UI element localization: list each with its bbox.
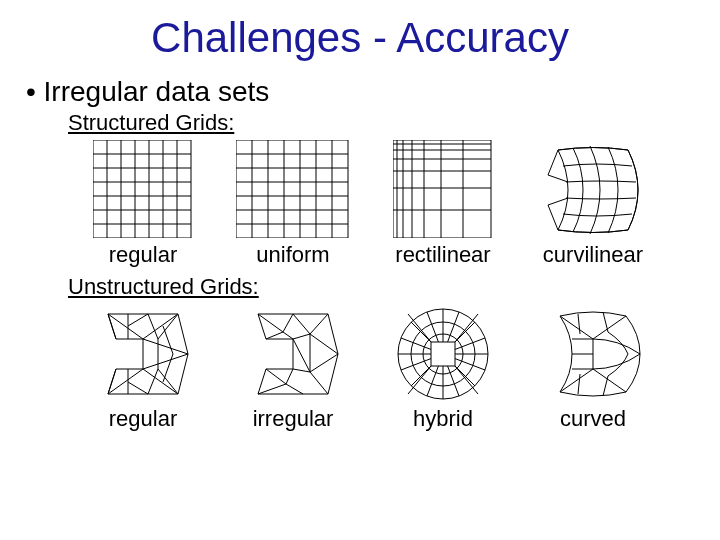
- svg-line-81: [286, 369, 293, 384]
- uniform-grid-icon: [236, 140, 351, 238]
- grid-regular-unstruct: [68, 304, 218, 404]
- svg-line-87: [293, 339, 310, 372]
- svg-line-63: [108, 369, 116, 394]
- svg-line-56: [143, 339, 188, 354]
- svg-line-70: [163, 354, 173, 382]
- svg-line-79: [293, 369, 310, 372]
- svg-line-105: [560, 316, 593, 339]
- svg-line-102: [455, 314, 478, 342]
- hybrid-grid-icon: [388, 304, 498, 404]
- structured-captions: regular uniform rectilinear curvilinear: [68, 242, 700, 268]
- svg-line-85: [266, 369, 286, 384]
- caption-irregular: irregular: [218, 406, 368, 432]
- svg-line-82: [258, 384, 286, 394]
- caption-regular: regular: [68, 242, 218, 268]
- caption-regular-u: regular: [68, 406, 218, 432]
- caption-curved: curved: [518, 406, 668, 432]
- svg-line-59: [148, 314, 158, 339]
- svg-line-50: [548, 175, 568, 182]
- caption-curvilinear: curvilinear: [518, 242, 668, 268]
- svg-line-51: [548, 198, 568, 205]
- svg-line-84: [266, 332, 283, 339]
- svg-line-112: [578, 374, 580, 394]
- grid-regular: [68, 140, 218, 240]
- unstructured-captions: regular irregular hybrid curved: [68, 406, 700, 432]
- regular-grid-icon: [93, 140, 193, 238]
- svg-line-80: [310, 372, 328, 394]
- svg-line-86: [293, 334, 310, 339]
- svg-line-48: [548, 150, 558, 175]
- svg-line-113: [603, 376, 608, 396]
- svg-line-108: [593, 369, 626, 392]
- grid-curved-unstruct: [518, 304, 668, 404]
- unstructured-grids-row: [68, 304, 700, 404]
- svg-line-104: [455, 366, 478, 394]
- svg-line-103: [408, 366, 431, 394]
- svg-rect-100: [431, 342, 455, 366]
- grid-curvilinear: [518, 140, 668, 240]
- svg-line-74: [293, 314, 310, 334]
- svg-line-106: [593, 316, 626, 339]
- svg-line-61: [148, 369, 158, 394]
- curved-unstructured-icon: [538, 304, 648, 404]
- unstructured-heading: Unstructured Grids:: [68, 274, 700, 300]
- svg-line-72: [283, 314, 293, 332]
- svg-line-57: [143, 354, 188, 369]
- svg-line-49: [548, 205, 558, 230]
- structured-heading: Structured Grids:: [68, 110, 700, 136]
- svg-line-83: [286, 384, 303, 394]
- svg-line-107: [560, 369, 593, 392]
- grid-hybrid: [368, 304, 518, 404]
- curvilinear-grid-icon: [538, 140, 648, 240]
- bullet-main: • Irregular data sets: [26, 76, 700, 108]
- slide: Challenges - Accuracy • Irregular data s…: [0, 0, 720, 540]
- svg-line-73: [283, 332, 293, 339]
- structured-grids-row: [68, 140, 700, 240]
- rectilinear-grid-icon: [393, 140, 493, 238]
- svg-line-69: [163, 326, 173, 354]
- grid-rectilinear: [368, 140, 518, 240]
- svg-line-71: [258, 314, 283, 332]
- caption-hybrid: hybrid: [368, 406, 518, 432]
- grid-irregular-unstruct: [218, 304, 368, 404]
- svg-line-111: [603, 312, 608, 332]
- caption-uniform: uniform: [218, 242, 368, 268]
- svg-line-52: [108, 314, 143, 339]
- svg-line-75: [310, 314, 328, 334]
- svg-line-67: [128, 314, 148, 326]
- svg-line-54: [108, 369, 143, 394]
- irregular-unstructured-icon: [238, 304, 348, 404]
- grid-uniform: [218, 140, 368, 240]
- svg-line-101: [408, 314, 431, 342]
- page-title: Challenges - Accuracy: [20, 14, 700, 62]
- svg-line-62: [108, 314, 116, 339]
- caption-rectilinear: rectilinear: [368, 242, 518, 268]
- svg-line-110: [578, 314, 580, 334]
- svg-line-68: [128, 382, 148, 394]
- regular-unstructured-icon: [88, 304, 198, 404]
